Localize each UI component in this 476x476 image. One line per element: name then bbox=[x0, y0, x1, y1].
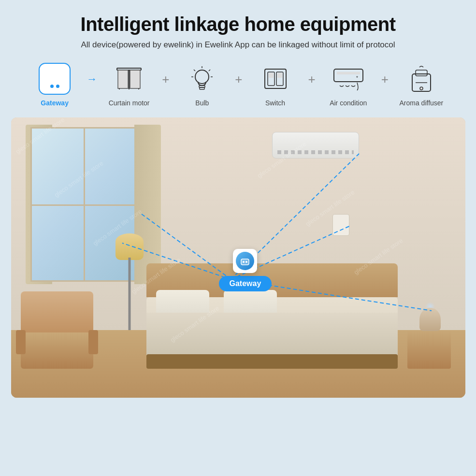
ac-vent bbox=[277, 150, 354, 154]
gateway-icon bbox=[39, 63, 71, 95]
plus-icon-3: + bbox=[308, 72, 316, 97]
svg-rect-32 bbox=[241, 259, 249, 265]
svg-point-33 bbox=[243, 261, 245, 263]
room-aroma-diffuser bbox=[418, 302, 442, 331]
chair-back bbox=[21, 291, 93, 335]
bulb-label: Bulb bbox=[195, 99, 209, 107]
svg-rect-5 bbox=[130, 70, 140, 88]
plus-icon-4: + bbox=[381, 72, 389, 97]
room-background: Gateway gleco smart life store gleco sma… bbox=[11, 117, 465, 398]
device-gateway: Gateway bbox=[26, 61, 84, 107]
arrow-right-icon: → bbox=[87, 73, 97, 95]
room-gateway-device: Gateway bbox=[219, 249, 272, 291]
svg-line-11 bbox=[194, 70, 195, 71]
gateway-dots bbox=[50, 85, 59, 88]
plus-icon-1: + bbox=[162, 72, 169, 97]
svg-rect-24 bbox=[416, 70, 427, 76]
window-frame-vertical bbox=[84, 129, 85, 280]
nightstand-right bbox=[407, 330, 451, 369]
curtain-motor-label: Curtain motor bbox=[109, 99, 150, 107]
armchair bbox=[16, 287, 98, 369]
aroma-diffuser-icon bbox=[404, 61, 439, 96]
svg-rect-19 bbox=[334, 69, 363, 82]
svg-line-10 bbox=[209, 70, 210, 71]
devices-row: Gateway → Curtain motor + bbox=[19, 61, 457, 107]
device-air-condition: * Air condition bbox=[319, 61, 377, 107]
svg-rect-4 bbox=[118, 70, 128, 88]
page-subtitle: All device(powered by ewelink) in Ewelin… bbox=[81, 40, 395, 50]
device-switch: Switch bbox=[246, 61, 304, 107]
svg-rect-8 bbox=[200, 87, 204, 89]
room-gateway-icon bbox=[233, 249, 257, 273]
curtain-motor-icon bbox=[112, 61, 146, 96]
device-bulb: Bulb bbox=[173, 61, 231, 107]
device-aroma-diffuser: Aroma diffuser bbox=[392, 61, 450, 107]
bed-blanket bbox=[146, 313, 398, 355]
chair-arm-left bbox=[16, 330, 26, 354]
room-gateway-inner bbox=[236, 252, 254, 270]
svg-point-26 bbox=[420, 87, 423, 90]
svg-point-34 bbox=[245, 261, 247, 263]
aroma-diffuser-label: Aroma diffuser bbox=[399, 99, 443, 107]
gateway-dot bbox=[50, 85, 54, 88]
air-condition-label: Air condition bbox=[330, 99, 367, 107]
bulb-icon bbox=[185, 61, 219, 96]
plus-icon-2: + bbox=[235, 72, 242, 97]
switch-icon bbox=[258, 61, 293, 96]
svg-rect-18 bbox=[277, 73, 282, 78]
svg-point-6 bbox=[195, 70, 209, 84]
bed-frame bbox=[146, 354, 398, 369]
diffuser-body bbox=[419, 308, 441, 331]
page-title: Intelligent linkage home equipment bbox=[81, 14, 396, 35]
switch-label: Switch bbox=[265, 99, 285, 107]
svg-rect-20 bbox=[337, 72, 360, 74]
gateway-label: Gateway bbox=[41, 99, 69, 107]
chair-arm-right bbox=[88, 330, 98, 354]
chair-seat bbox=[21, 332, 93, 369]
room-wall-switch bbox=[332, 214, 349, 236]
floor-lamp bbox=[115, 233, 144, 330]
svg-rect-17 bbox=[269, 73, 274, 78]
lamp-pole bbox=[128, 258, 130, 330]
lamp-shade bbox=[115, 233, 144, 260]
room-ac-unit bbox=[272, 132, 359, 159]
gateway-dot bbox=[56, 85, 59, 88]
gateway-icon-wrap bbox=[37, 61, 72, 96]
device-curtain-motor: Curtain motor bbox=[100, 61, 158, 107]
air-condition-icon: * bbox=[331, 61, 366, 96]
room-image: Gateway gleco smart life store gleco sma… bbox=[11, 117, 465, 398]
bed bbox=[146, 272, 398, 369]
page-container: Intelligent linkage home equipment All d… bbox=[0, 0, 476, 476]
room-gateway-badge: Gateway bbox=[219, 276, 272, 291]
svg-text:*: * bbox=[356, 75, 358, 81]
